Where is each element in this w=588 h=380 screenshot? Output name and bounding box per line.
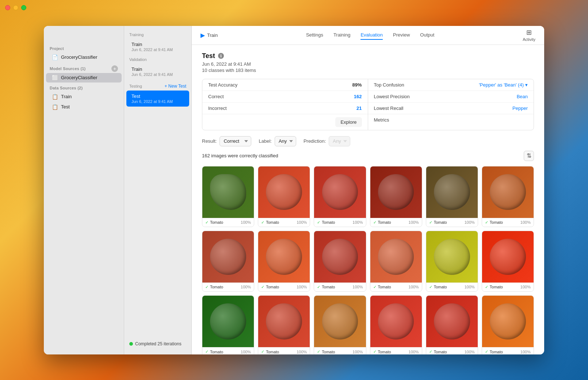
sidebar-item-test[interactable]: 📋 Test (46, 102, 122, 112)
image-label: ✓ Tomato (429, 220, 447, 225)
sort-button[interactable]: ⇅ (524, 151, 534, 161)
image-confidence: 100% (409, 220, 419, 224)
image-label: ✓ Tomato (205, 349, 223, 354)
image-card[interactable]: ✓ Tomato100% (426, 295, 478, 354)
prediction-filter-select[interactable]: Any (329, 136, 350, 146)
result-filter-group: Result: Correct Incorrect (202, 136, 251, 146)
image-card[interactable]: ✓ Tomato100% (202, 295, 254, 354)
image-label-row: ✓ Tomato100% (258, 347, 310, 354)
tab-settings[interactable]: Settings (306, 31, 323, 40)
image-label-row: ✓ Tomato100% (426, 347, 478, 354)
image-card[interactable]: ✓ Tomato100% (370, 231, 422, 292)
label-filter-group: Label: Any (259, 136, 296, 146)
model-icon: ⬜ (52, 75, 58, 81)
filters-row: Result: Correct Incorrect Label: Any P (202, 136, 534, 146)
tab-training[interactable]: Training (333, 31, 350, 40)
image-label-row: ✓ Tomato100% (370, 283, 422, 291)
image-card[interactable]: ✓ Tomato100% (258, 166, 310, 227)
sidebar-item-project[interactable]: 📄 GroceryClassifier (46, 53, 122, 62)
status-bar: Completed 25 iterations (124, 338, 191, 350)
image-card[interactable]: ✓ Tomato100% (258, 231, 310, 292)
image-confidence: 100% (465, 350, 475, 354)
image-label-row: ✓ Tomato100% (314, 283, 366, 291)
image-confidence: 100% (465, 285, 475, 289)
prediction-filter-label: Prediction: (303, 138, 326, 144)
image-confidence: 100% (352, 285, 363, 289)
results-count: 162 images were correctly classified (202, 153, 278, 158)
training-item[interactable]: Train Jun 6, 2022 at 9:41 AM (126, 39, 189, 55)
image-card[interactable]: ✓ Tomato100% (482, 166, 534, 227)
image-label-row: ✓ Tomato100% (202, 347, 254, 354)
image-label-row: ✓ Tomato100% (258, 283, 310, 291)
explore-button[interactable]: Explore (335, 117, 362, 127)
results-row: 162 images were correctly classified ⇅ (202, 151, 534, 161)
training-item-title: Train (131, 42, 184, 47)
image-card[interactable]: ✓ Tomato100% (426, 166, 478, 227)
image-label-row: ✓ Tomato100% (314, 347, 366, 354)
image-label: ✓ Tomato (261, 220, 279, 225)
lowest-precision-value[interactable]: Bean (517, 94, 528, 99)
check-icon: ✓ (485, 220, 488, 225)
tab-output[interactable]: Output (420, 31, 434, 40)
image-card[interactable]: ✓ Tomato100% (314, 166, 366, 227)
lowest-recall-value[interactable]: Pepper (512, 105, 528, 111)
image-card[interactable]: ✓ Tomato100% (482, 231, 534, 292)
image-card[interactable]: ✓ Tomato100% (202, 231, 254, 292)
sidebar-item-train[interactable]: 📋 Train (46, 92, 122, 101)
test-item[interactable]: Test Jun 6, 2022 at 9:41 AM (126, 91, 189, 107)
add-model-source-button[interactable]: + (111, 65, 118, 72)
image-card[interactable]: ✓ Tomato100% (482, 295, 534, 354)
model-sources-header: Model Sources (1) + (44, 62, 124, 73)
label-filter-select[interactable]: Any (275, 136, 296, 146)
train-label: Train (207, 32, 218, 38)
test-title: Test (202, 52, 215, 60)
test-header: Test ℹ (202, 52, 534, 60)
lowest-precision-label: Lowest Precision (374, 94, 410, 99)
sidebar-item-grocery-classifier[interactable]: ⬜ GroceryClassifier (46, 73, 122, 82)
sidebar: Project 📄 GroceryClassifier Model Source… (44, 26, 124, 354)
metrics-button[interactable]: Metrics (374, 117, 389, 123)
tab-evaluation[interactable]: Evaluation (360, 31, 383, 40)
image-label-row: ✓ Tomato100% (426, 218, 478, 227)
dataset-icon-2: 📋 (52, 104, 58, 110)
activity-button[interactable]: ⊞ Activity (523, 28, 535, 42)
train-button[interactable]: ▶ Train (201, 32, 218, 39)
validation-item[interactable]: Train Jun 6, 2022 at 9:41 AM (126, 64, 189, 80)
image-card[interactable]: ✓ Tomato100% (202, 166, 254, 227)
top-confusion-value[interactable]: 'Pepper' as 'Bean' (4) ▾ (479, 82, 528, 88)
check-icon: ✓ (317, 349, 320, 354)
image-label: ✓ Tomato (373, 220, 391, 225)
info-icon[interactable]: ℹ (218, 53, 224, 59)
image-label-row: ✓ Tomato100% (202, 283, 254, 291)
nav-tabs: Settings Training Evaluation Preview Out… (306, 31, 434, 40)
tab-preview[interactable]: Preview (393, 31, 410, 40)
incorrect-label: Incorrect (208, 105, 227, 111)
middle-panel: Training Train Jun 6, 2022 at 9:41 AM Va… (124, 26, 192, 354)
lowest-recall-row: Lowest Recall Pepper (368, 103, 534, 114)
training-item-subtitle: Jun 6, 2022 at 9:41 AM (131, 47, 184, 52)
image-confidence: 100% (241, 350, 251, 354)
check-icon: ✓ (373, 220, 377, 225)
play-icon: ▶ (201, 32, 205, 39)
image-card[interactable]: ✓ Tomato100% (426, 231, 478, 292)
chevron-down-icon: ▾ (525, 82, 528, 88)
image-card[interactable]: ✓ Tomato100% (370, 295, 422, 354)
content-area: Test ℹ Jun 6, 2022 at 9:41 AM 10 classes… (192, 45, 544, 354)
status-dot-icon (129, 342, 133, 346)
explore-row: Explore (202, 114, 368, 130)
image-confidence: 100% (352, 350, 363, 354)
prediction-filter-group: Prediction: Any (303, 136, 350, 146)
image-card[interactable]: ✓ Tomato100% (314, 295, 366, 354)
image-card[interactable]: ✓ Tomato100% (314, 231, 366, 292)
image-label: ✓ Tomato (373, 285, 391, 289)
image-card[interactable]: ✓ Tomato100% (258, 295, 310, 354)
test-item-subtitle: Jun 6, 2022 at 9:41 AM (131, 99, 184, 104)
correct-row: Correct 162 (202, 91, 368, 103)
image-card[interactable]: ✓ Tomato100% (370, 166, 422, 227)
new-test-button[interactable]: + New Test (165, 84, 186, 89)
check-icon: ✓ (429, 349, 432, 354)
project-name: GroceryClassifier (61, 54, 98, 60)
image-confidence: 100% (465, 220, 475, 224)
image-label-row: ✓ Tomato100% (482, 218, 534, 227)
result-filter-select[interactable]: Correct Incorrect (219, 136, 251, 146)
